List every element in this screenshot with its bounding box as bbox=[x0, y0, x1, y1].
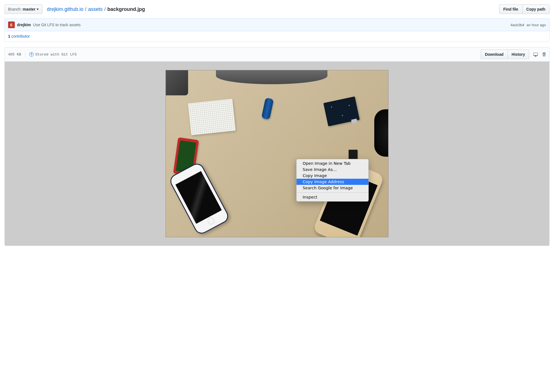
breadcrumb-separator: / bbox=[104, 6, 106, 12]
file-content-area: Open Image in New Tab Save Image As… Cop… bbox=[5, 62, 549, 246]
desktop-icon[interactable] bbox=[533, 52, 538, 57]
trash-icon[interactable] bbox=[542, 52, 546, 57]
contributors-box[interactable]: 1 contributor bbox=[4, 31, 550, 42]
desk-multitool bbox=[261, 98, 274, 120]
desk-camera-edge bbox=[374, 109, 388, 157]
author-avatar[interactable]: E bbox=[8, 21, 15, 28]
image-preview[interactable]: Open Image in New Tab Save Image As… Cop… bbox=[166, 70, 388, 237]
desk-breadboard bbox=[188, 99, 235, 135]
context-menu: Open Image in New Tab Save Image As… Cop… bbox=[296, 159, 369, 202]
caret-down-icon bbox=[37, 9, 39, 10]
branch-label: Branch: bbox=[8, 6, 21, 12]
find-file-button[interactable]: Find file bbox=[499, 4, 523, 14]
file-size: 405 KB bbox=[8, 52, 25, 57]
branch-select-button[interactable]: Branch: master bbox=[4, 4, 42, 14]
file-header: 405 KB ? Stored with Git LFS Download Hi… bbox=[5, 47, 549, 62]
commit-sha[interactable]: 4acb3b4 bbox=[511, 23, 524, 27]
context-menu-copy-address[interactable]: Copy Image Address bbox=[297, 179, 368, 185]
desk-arduino-board bbox=[323, 96, 359, 126]
context-menu-inspect[interactable]: Inspect bbox=[297, 194, 368, 200]
copy-path-button[interactable]: Copy path bbox=[523, 4, 550, 14]
breadcrumb-repo-link[interactable]: drejkim.github.io bbox=[47, 6, 83, 12]
help-icon[interactable]: ? bbox=[29, 52, 34, 57]
commit-info-box: E drejkim Use Git LFS to track assets 4a… bbox=[4, 18, 550, 31]
contributors-label: contributor bbox=[11, 34, 30, 38]
desk-monitor-base bbox=[216, 70, 327, 84]
file-viewer: 405 KB ? Stored with Git LFS Download Hi… bbox=[4, 47, 550, 246]
breadcrumb-separator: / bbox=[85, 6, 86, 12]
commit-author[interactable]: drejkim bbox=[17, 23, 31, 27]
context-menu-separator bbox=[297, 192, 368, 193]
breadcrumb: drejkim.github.io / assets / background.… bbox=[47, 6, 145, 12]
branch-name: master bbox=[23, 6, 35, 12]
breadcrumb-current-file: background.jpg bbox=[107, 6, 145, 12]
lfs-storage-text: Stored with Git LFS bbox=[35, 52, 77, 57]
commit-message[interactable]: Use Git LFS to track assets bbox=[33, 23, 81, 27]
context-menu-open-new-tab[interactable]: Open Image in New Tab bbox=[297, 160, 368, 166]
context-menu-save-as[interactable]: Save Image As… bbox=[297, 166, 368, 173]
commit-time: an hour ago bbox=[527, 23, 546, 27]
desk-monitor-corner bbox=[166, 70, 188, 95]
breadcrumb-folder-link[interactable]: assets bbox=[88, 6, 103, 12]
contributors-count: 1 bbox=[8, 34, 10, 38]
history-button[interactable]: History bbox=[508, 50, 529, 59]
download-button[interactable]: Download bbox=[481, 50, 508, 59]
context-menu-copy-image[interactable]: Copy Image bbox=[297, 173, 368, 179]
context-menu-search-google[interactable]: Search Google for Image bbox=[297, 185, 368, 191]
